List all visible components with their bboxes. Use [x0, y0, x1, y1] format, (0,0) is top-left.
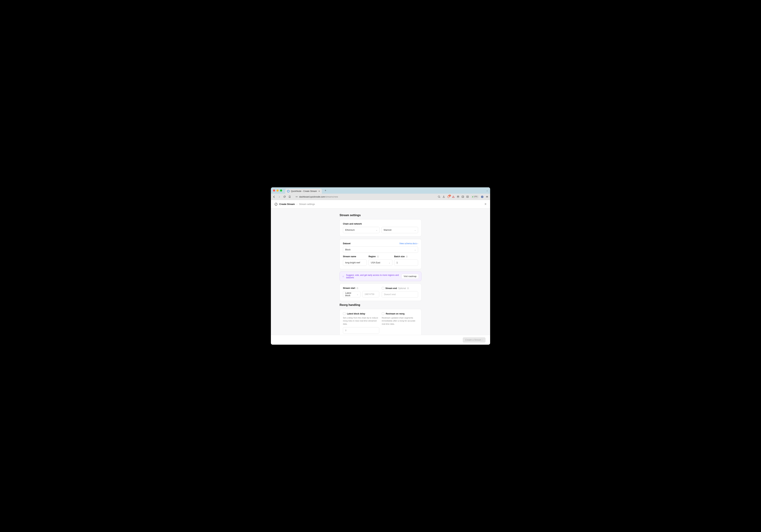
site-settings-icon[interactable]	[295, 195, 298, 198]
batch-size-input[interactable]	[394, 259, 418, 266]
chevron-right-icon: ›	[417, 242, 418, 245]
menu-icon[interactable]	[486, 195, 488, 198]
latest-block-delay-label: Latest block delay	[347, 312, 365, 315]
vpn-status-dot	[472, 196, 473, 197]
toolbar-icons: 10 VPN	[438, 195, 488, 198]
network-value: Mainnet	[384, 229, 391, 231]
dataset-card: Dataset View schema docs › Block ⌄ Strea…	[340, 239, 421, 269]
dataset-select[interactable]: Block ⌄	[343, 246, 418, 253]
schema-docs-link[interactable]: View schema docs ›	[399, 242, 418, 245]
network-select[interactable]: Mainnet ⌄	[381, 227, 418, 233]
svg-rect-5	[462, 196, 464, 197]
stream-start-input[interactable]	[362, 291, 379, 297]
latest-block-delay-checkbox[interactable]	[343, 312, 346, 315]
restream-on-reorg-help: Restream updated chain segments immediat…	[382, 316, 418, 326]
stream-range-card: Stream start i Latest block ⌄	[340, 284, 421, 301]
info-icon[interactable]: i	[406, 255, 408, 258]
latest-block-delay-help: Set a delay from the chain tip to reduce…	[343, 316, 379, 326]
dataset-label: Dataset	[343, 242, 350, 245]
chevron-down-icon[interactable]: ⌄	[486, 189, 488, 192]
app-logo	[274, 203, 277, 206]
latest-block-delay-input[interactable]	[343, 327, 379, 334]
extension-badge-count: 10	[448, 195, 451, 196]
browser-toolbar: dashboard.quicknode.com/streams/new 10	[271, 194, 490, 200]
section-title-stream-settings: Stream settings	[340, 214, 421, 217]
tab-close-button[interactable]: ✕	[318, 190, 320, 192]
stream-name-label: Stream name	[343, 255, 367, 258]
svg-rect-1	[296, 197, 297, 197]
region-value: USA East	[371, 261, 380, 264]
stream-start-select[interactable]: Latest block ⌄	[343, 291, 361, 297]
stream-start-label: Stream start i	[343, 287, 379, 289]
panel-icon[interactable]	[461, 195, 464, 198]
region-label: Region i	[369, 255, 392, 258]
browser-tab[interactable]: QuickNode - Create Stream ✕	[285, 189, 322, 194]
breadcrumb-sub: Stream settings	[299, 203, 315, 205]
visit-roadmap-button[interactable]: Visit roadmap	[401, 274, 419, 279]
stream-start-select-value: Latest block	[345, 292, 357, 297]
reorg-card: Latest block delay Set a delay from the …	[340, 309, 421, 335]
new-tab-button[interactable]: +	[323, 188, 327, 192]
vpn-indicator[interactable]: VPN	[471, 195, 479, 198]
svg-rect-0	[296, 196, 297, 197]
chevron-down-icon: ⌄	[357, 293, 358, 295]
maximize-window-button[interactable]	[280, 189, 282, 191]
chevron-right-icon: ›	[482, 339, 483, 341]
extensions-icon[interactable]	[457, 195, 459, 198]
chain-network-label: Chain and network	[343, 223, 418, 225]
info-icon[interactable]: i	[407, 287, 409, 289]
restream-on-reorg-label: Restream on reorg	[386, 312, 405, 315]
chain-value: Ethereum	[345, 229, 355, 231]
stream-end-label: Stream end Optional i	[382, 287, 418, 290]
region-select[interactable]: USA East ⌄	[369, 259, 392, 266]
chevron-down-icon: ⌄	[414, 249, 416, 251]
breadcrumb: Create Stream › Stream settings	[279, 203, 315, 205]
new-window-icon[interactable]	[466, 195, 469, 198]
content-area: Stream settings Chain and network Ethere…	[271, 208, 490, 335]
banner-text: Suggest, vote, and get early access to m…	[346, 274, 400, 279]
stream-end-input[interactable]	[382, 291, 418, 297]
close-window-button[interactable]	[273, 189, 275, 191]
stream-end-checkbox[interactable]	[382, 287, 384, 290]
restream-on-reorg-checkbox[interactable]	[382, 312, 384, 315]
chevron-down-icon: ⌄	[414, 229, 416, 231]
extension-shield-icon[interactable]: 10	[447, 195, 450, 198]
chain-network-card: Chain and network Ethereum ⌄ Mainnet ⌄	[340, 219, 421, 237]
profile-icon[interactable]	[481, 195, 484, 198]
url-bar[interactable]: dashboard.quicknode.com/streams/new	[294, 195, 436, 199]
forward-button[interactable]	[278, 195, 281, 198]
zoom-icon[interactable]	[438, 195, 440, 198]
browser-titlebar: QuickNode - Create Stream ✕ + ⌄	[271, 187, 490, 194]
star-icon: ☆	[342, 275, 344, 278]
back-button[interactable]	[273, 195, 276, 198]
dataset-value: Block	[345, 248, 351, 251]
info-icon[interactable]: i	[377, 255, 379, 258]
browser-window: QuickNode - Create Stream ✕ + ⌄ dashboar…	[271, 187, 490, 345]
chain-select[interactable]: Ethereum ⌄	[343, 227, 380, 233]
minimize-window-button[interactable]	[276, 189, 279, 191]
url-text: dashboard.quicknode.com/streams/new	[299, 195, 338, 198]
close-page-button[interactable]: ✕	[484, 202, 487, 206]
app-header: Create Stream › Stream settings ✕	[271, 200, 490, 208]
stream-name-input[interactable]	[343, 259, 367, 266]
bookmark-icon[interactable]	[288, 195, 292, 198]
breadcrumb-separator: ›	[297, 203, 297, 205]
breadcrumb-main: Create Stream	[279, 203, 295, 205]
batch-size-label: Batch size i	[394, 255, 418, 258]
svg-rect-2	[297, 196, 297, 197]
section-title-reorg: Reorg handling	[340, 303, 421, 306]
traffic-lights	[273, 189, 282, 191]
share-icon[interactable]	[442, 195, 445, 198]
create-stream-button[interactable]: Create a Stream ›	[463, 337, 486, 343]
vpn-label: VPN	[474, 196, 478, 198]
chevron-down-icon: ⌄	[389, 262, 390, 264]
roadmap-banner: ☆ Suggest, vote, and get early access to…	[340, 272, 421, 281]
footer: Create a Stream ›	[271, 335, 490, 345]
chevron-down-icon: ⌄	[376, 229, 377, 231]
reload-button[interactable]	[283, 195, 287, 198]
svg-rect-3	[297, 197, 297, 197]
info-icon[interactable]: i	[356, 287, 359, 289]
tab-title: QuickNode - Create Stream	[291, 190, 317, 192]
extension-triangle-icon[interactable]	[452, 195, 455, 198]
tab-favicon	[287, 190, 289, 192]
